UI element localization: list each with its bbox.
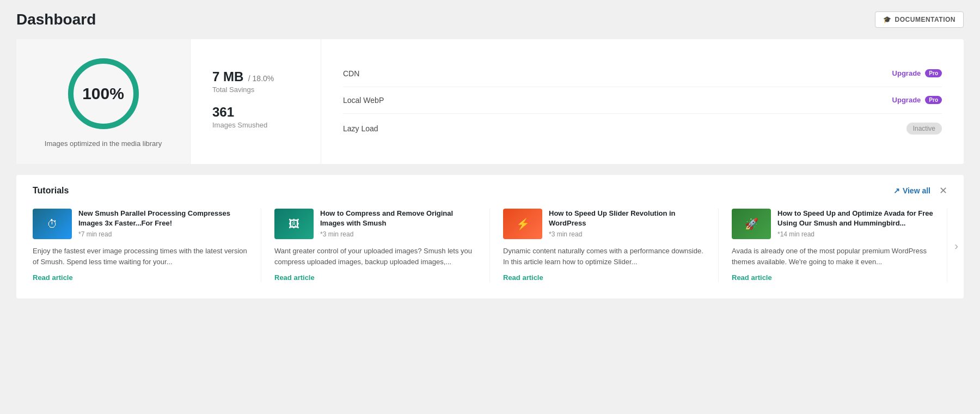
stats-card: 100% Images optimized in the media libra… [16,39,964,164]
article-4-thumbnail: 🚀 [732,209,771,239]
article-3-title: How to Speed Up Slider Revolution in Wor… [549,209,705,228]
savings-block: 7 MB / 18.0% Total Savings [212,69,299,94]
features-section: CDN Upgrade Pro Local WebP Upgrade Pro L… [321,39,964,164]
article-2-excerpt: Want greater control of your uploaded im… [274,246,476,267]
article-4-read-time: *14 min read [777,230,934,238]
savings-separator: / 18.0% [248,74,274,83]
feature-lazy-name: Lazy Load [343,124,378,133]
smushed-block: 361 Images Smushed [212,105,299,129]
feature-cdn-actions: Upgrade Pro [892,69,942,77]
article-4-excerpt: Avada is already one of the most popular… [732,246,934,267]
article-2-thumbnail: 🖼 [274,209,314,239]
tutorials-header-actions: ↗ View all ✕ [893,186,947,196]
page-title: Dashboard [16,11,96,28]
stopwatch-icon: ⏱ [47,218,58,230]
view-all-link[interactable]: ↗ View all [893,186,930,195]
article-3-read-time: *3 min read [549,230,705,238]
smushed-label: Images Smushed [212,121,299,129]
circle-section: 100% Images optimized in the media libra… [16,39,191,164]
tutorials-card: Tutorials ↗ View all ✕ ⏱ New Smush Paral… [16,175,964,299]
article-1-read-link[interactable]: Read article [33,273,73,282]
article-2-meta: How to Compress and Remove Original Imag… [320,209,476,238]
article-1-read-time: *7 min read [78,230,248,238]
article-3-excerpt: Dynamic content naturally comes with a p… [503,246,705,267]
lightning-icon: ⚡ [516,217,530,230]
article-item: ⚡ How to Speed Up Slider Revolution in W… [490,209,719,282]
cdn-pro-badge: Pro [925,69,942,77]
tutorials-close-button[interactable]: ✕ [939,186,947,196]
article-2-title: How to Compress and Remove Original Imag… [320,209,476,228]
feature-lazy: Lazy Load Inactive [343,114,942,143]
savings-value: 7 MB [212,69,243,84]
tutorials-header: Tutorials ↗ View all ✕ [33,186,947,196]
article-3-read-link[interactable]: Read article [503,273,543,282]
article-1-header: ⏱ New Smush Parallel Processing Compress… [33,209,248,239]
article-2-read-time: *3 min read [320,230,476,238]
article-item: 🚀 How to Speed Up and Optimize Avada for… [719,209,947,282]
progress-circle: 100% [65,56,142,132]
article-3-thumbnail: ⚡ [503,209,542,239]
smushed-value: 361 [212,105,234,119]
circle-percent: 100% [82,84,124,103]
article-1-title: New Smush Parallel Processing Compresses… [78,209,248,228]
external-link-icon: ↗ [893,186,900,195]
articles-grid: ⏱ New Smush Parallel Processing Compress… [33,209,947,282]
feature-webp-name: Local WebP [343,96,384,105]
lazy-inactive-badge: Inactive [906,123,942,135]
article-3-meta: How to Speed Up Slider Revolution in Wor… [549,209,705,238]
article-3-header: ⚡ How to Speed Up Slider Revolution in W… [503,209,705,239]
circle-label: Images optimized in the media library [45,139,162,148]
article-2-header: 🖼 How to Compress and Remove Original Im… [274,209,476,239]
webp-pro-badge: Pro [925,96,942,104]
article-1-meta: New Smush Parallel Processing Compresses… [78,209,248,238]
image-icon: 🖼 [289,218,299,230]
article-4-read-link[interactable]: Read article [732,273,772,282]
feature-webp: Local WebP Upgrade Pro [343,87,942,114]
feature-lazy-actions: Inactive [906,123,942,135]
article-1-thumbnail: ⏱ [33,209,72,239]
article-2-read-link[interactable]: Read article [274,273,315,282]
webp-upgrade-link[interactable]: Upgrade [892,96,921,104]
article-item: ⏱ New Smush Parallel Processing Compress… [33,209,261,282]
feature-webp-actions: Upgrade Pro [892,96,942,104]
feature-cdn: CDN Upgrade Pro [343,60,942,87]
article-1-excerpt: Enjoy the fastest ever image processing … [33,246,248,267]
documentation-button[interactable]: 🎓 DOCUMENTATION [875,11,964,28]
next-articles-button[interactable]: › [954,239,958,252]
feature-cdn-name: CDN [343,69,359,78]
rocket-icon: 🚀 [745,217,758,230]
stats-numbers: 7 MB / 18.0% Total Savings 361 Images Sm… [191,39,321,164]
savings-label: Total Savings [212,86,299,94]
tutorials-title: Tutorials [33,186,69,196]
article-4-title: How to Speed Up and Optimize Avada for F… [777,209,934,228]
graduation-cap-icon: 🎓 [883,16,892,23]
article-item: 🖼 How to Compress and Remove Original Im… [261,209,490,282]
cdn-upgrade-link[interactable]: Upgrade [892,69,921,77]
article-4-header: 🚀 How to Speed Up and Optimize Avada for… [732,209,934,239]
article-4-meta: How to Speed Up and Optimize Avada for F… [777,209,934,238]
